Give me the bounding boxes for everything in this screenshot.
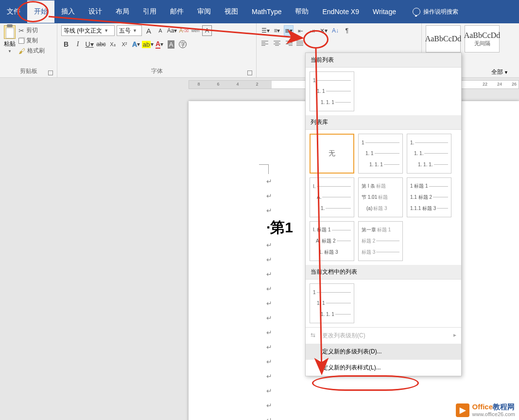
group-font: 等线 (中文正文▼ 五号▼ A A Aa▾ A⌫ wén A B I U▾ ab…	[57, 23, 257, 77]
cut-button[interactable]: ✂剪切	[18, 26, 45, 35]
paste-button[interactable]: 粘贴 ▼	[4, 25, 16, 53]
ml-lib-item[interactable]: 1. 1. 1. 1. 1. 1.	[407, 134, 451, 174]
enclose-char-button[interactable]: 字	[178, 39, 188, 50]
ml-define-new-style[interactable]: 定义新的列表样式(L)...	[306, 360, 461, 376]
paste-label: 粘贴	[4, 40, 16, 48]
ml-section-library: 列表库	[306, 115, 461, 130]
indent-icon: ⇆	[311, 332, 317, 337]
menu-writage[interactable]: Writage	[366, 1, 403, 22]
char-shading-button[interactable]: A	[166, 39, 176, 50]
tell-me-label: 操作说明搜索	[423, 8, 458, 16]
font-size-combo[interactable]: 五号▼	[117, 25, 142, 36]
ml-define-new-list[interactable]: 定义新的多级列表(D)...	[306, 344, 461, 360]
clipboard-group-label: 剪贴板	[4, 67, 53, 76]
ml-section-current: 当前列表	[306, 53, 461, 68]
font-color-button[interactable]: A▾	[155, 39, 164, 50]
menu-home[interactable]: 开始	[27, 0, 54, 23]
menu-mailings[interactable]: 邮件	[163, 0, 190, 23]
chevron-right-icon: ▸	[453, 332, 456, 338]
ml-lib-item[interactable]: 1 标题 1 1.1 标题 2 1.1.1 标题 3	[407, 177, 451, 217]
menu-help[interactable]: 帮助	[288, 0, 315, 23]
phonetic-button[interactable]: wén	[190, 25, 200, 36]
menu-insert[interactable]: 插入	[54, 0, 82, 23]
bulb-icon	[413, 8, 420, 16]
ml-lib-item[interactable]: 第 I 条标题 节 1.01标题 (a)标题 3	[358, 177, 403, 217]
ml-change-level: ⇆ 更改列表级别(C) ▸	[306, 328, 461, 344]
style-normal[interactable]: AaBbCcDd	[426, 25, 461, 52]
group-clipboard: 粘贴 ▼ ✂剪切 复制 🖌格式刷 剪贴板	[0, 23, 57, 77]
menu-file[interactable]: 文件	[0, 0, 27, 23]
format-painter-button[interactable]: 🖌格式刷	[18, 47, 45, 55]
sort-button[interactable]: A↓	[330, 25, 340, 36]
menu-view[interactable]: 视图	[218, 0, 245, 23]
copy-icon	[18, 38, 24, 44]
highlight-button[interactable]: ab▾	[143, 39, 153, 50]
bold-button[interactable]: B	[61, 39, 71, 50]
launcher-icon[interactable]	[48, 70, 53, 75]
numbering-button[interactable]: ≡▾	[272, 25, 282, 36]
ml-lib-item[interactable]: 第一章标题 1 标题 2 标题 3	[358, 221, 403, 261]
font-name-combo[interactable]: 等线 (中文正文▼	[61, 25, 115, 36]
copy-button[interactable]: 复制	[18, 36, 45, 45]
multilevel-list-button[interactable]: ≣▾	[284, 25, 294, 36]
shrink-font-button[interactable]: A	[156, 25, 165, 36]
bullets-button[interactable]: ☰▾	[260, 25, 270, 36]
underline-button[interactable]: U▾	[85, 39, 94, 50]
asian-layout-button[interactable]: ✕▾	[319, 25, 329, 36]
brush-icon: 🖌	[18, 47, 25, 55]
grow-font-button[interactable]: A	[144, 25, 154, 36]
logo-icon: ▶	[456, 403, 469, 417]
ml-section-indoc: 当前文档中的列表	[306, 265, 461, 280]
justify-button[interactable]	[295, 39, 305, 50]
align-left-button[interactable]	[260, 39, 270, 50]
increase-indent-button[interactable]: ⇥	[307, 25, 317, 36]
menu-layout[interactable]: 布局	[109, 0, 136, 23]
italic-button[interactable]: I	[73, 39, 83, 50]
change-case-button[interactable]: Aa▾	[167, 25, 177, 36]
menu-review[interactable]: 审阅	[190, 0, 218, 23]
superscript-button[interactable]: X²	[120, 39, 129, 50]
subscript-button[interactable]: X₂	[108, 39, 118, 50]
align-center-button[interactable]	[272, 39, 282, 50]
text-effects-button[interactable]: A▾	[131, 39, 141, 50]
paste-icon	[4, 25, 16, 39]
tell-me-search[interactable]: 操作说明搜索	[413, 8, 458, 16]
ml-doc-item[interactable]: 1 1. 1 1. 1. 1	[310, 283, 354, 323]
decrease-indent-button[interactable]: ⇤	[295, 25, 305, 36]
menu-bar: 文件 开始 插入 设计 布局 引用 邮件 审阅 视图 MathType 帮助 E…	[0, 0, 519, 23]
watermark: ▶ Office教程网 www.office26.com	[456, 403, 515, 417]
launcher-icon[interactable]	[247, 70, 252, 75]
show-marks-button[interactable]: ¶	[342, 25, 352, 36]
menu-references[interactable]: 引用	[136, 0, 163, 23]
char-border-button[interactable]: A	[202, 25, 212, 36]
menu-mathtype[interactable]: MathType	[245, 1, 288, 22]
ml-lib-item[interactable]: 1 1. 1 1. 1. 1	[358, 134, 403, 174]
ml-lib-item[interactable]: I. A. 1.	[310, 177, 354, 217]
menu-design[interactable]: 设计	[82, 0, 109, 23]
strike-button[interactable]: abc	[96, 39, 106, 50]
ml-lib-none[interactable]: 无	[310, 134, 354, 174]
style-nospacing[interactable]: AaBbCcDd 无间隔	[465, 25, 500, 52]
font-group-label: 字体	[61, 67, 252, 76]
scissors-icon: ✂	[18, 27, 24, 35]
align-right-button[interactable]	[284, 39, 294, 50]
menu-endnote[interactable]: EndNote X9	[315, 1, 366, 22]
ml-lib-item[interactable]: I. 标题 1 A. 标题 2 1. 标题 3	[310, 221, 354, 261]
multilevel-dropdown: 当前列表 1 1. 1 1. 1. 1 列表库 无 1 1. 1 1. 1. 1…	[305, 52, 462, 376]
clear-format-button[interactable]: A⌫	[179, 25, 189, 36]
ml-current-item[interactable]: 1 1. 1 1. 1. 1	[310, 71, 354, 111]
